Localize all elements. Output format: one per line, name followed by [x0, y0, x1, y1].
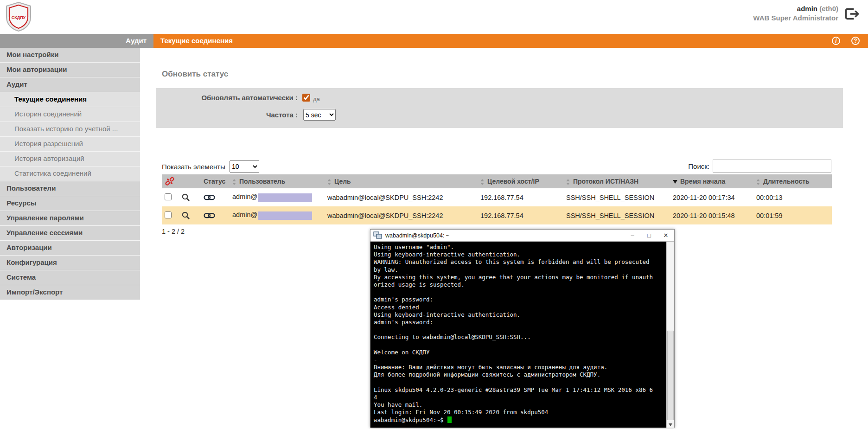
sidebar-item-resources[interactable]: Ресурсы [0, 196, 140, 211]
user-prefix: admin@ [232, 211, 257, 218]
topbar: Аудит Текущие соединения i ? [0, 34, 868, 48]
sort-desc-icon [673, 180, 677, 184]
logout-icon [843, 6, 861, 22]
frequency-row: Частота : 5 sec [156, 109, 336, 121]
auto-refresh-checkbox[interactable] [302, 94, 310, 102]
cell-protocol: SSH/SSH_SHELL_SESSION [563, 188, 670, 206]
terminal-app-icon [373, 231, 382, 239]
sidebar-item-connection-statistics[interactable]: Статистика соединений [0, 166, 140, 181]
terminal-body[interactable]: Using username "admin". Using keyboard-i… [370, 242, 674, 428]
sidebar-item-connection-history[interactable]: История соединений [0, 107, 140, 122]
terminal-scrollbar[interactable] [666, 242, 674, 428]
cell-target: wabadmin@local@SKDPU_SSH:2242 [325, 206, 478, 224]
sort-icon [327, 179, 332, 185]
connected-link-icon[interactable] [204, 211, 215, 219]
cell-start: 2020-11-20 00:17:34 [670, 188, 753, 206]
inspect-session-icon[interactable] [181, 193, 191, 202]
terminal-window: wabadmin@skdpu504: ~ – □ ✕ Using usernam… [370, 229, 675, 428]
connections-table: Статус Пользователь Цель Целевой хост/IP… [162, 174, 832, 224]
scrollbar-thumb[interactable] [667, 331, 674, 420]
inspect-session-icon[interactable] [181, 211, 191, 220]
show-elements-label: Показать элементы [162, 163, 225, 171]
sidebar-item-password-management[interactable]: Управление паролями [0, 211, 140, 226]
sidebar-item-import-export[interactable]: Импорт/Экспорт [0, 285, 140, 300]
terminal-prompt: wabadmin@skdpu504:~$ [374, 416, 444, 423]
cell-duration: 00:00:13 [753, 188, 832, 206]
page-size-select[interactable]: 10 [230, 160, 259, 173]
sort-icon [566, 179, 570, 185]
header-start-time[interactable]: Время начала [670, 174, 753, 188]
connection-row-2: admin@ wabadmin@local@SKDPU_SSH:2242 192… [162, 206, 832, 224]
sort-icon [232, 179, 236, 185]
sidebar-item-users[interactable]: Пользователи [0, 181, 140, 196]
auto-refresh-row: Обновлять автоматически : да [156, 94, 320, 102]
search-input[interactable] [713, 160, 831, 173]
redacted-user-mask [258, 193, 312, 202]
pagination-info: 1 - 2 / 2 [162, 228, 185, 235]
header-duration[interactable]: Длительность [753, 174, 832, 188]
sidebar-item-audit[interactable]: Аудит [0, 77, 140, 92]
maximize-icon[interactable]: □ [641, 230, 657, 241]
cell-target: wabadmin@local@SKDPU_SSH:2242 [325, 188, 478, 206]
header-user-label: Пользователь [239, 178, 285, 185]
sidebar-item-authorizations[interactable]: Авторизации [0, 241, 140, 256]
search-label: Поиск: [688, 162, 709, 170]
header-duration-label: Длительность [763, 178, 810, 185]
row-select-checkbox[interactable] [165, 211, 172, 218]
header-disconnect[interactable] [162, 174, 179, 188]
sidebar-item-account-history[interactable]: Показать историю по учетной ... [0, 122, 140, 137]
header-protocol[interactable]: Протокол ИСТ/НАЗН [563, 174, 670, 188]
header-target-label: Цель [334, 178, 351, 185]
scroll-down-icon[interactable] [669, 423, 672, 426]
header-protocol-label: Протокол ИСТ/НАЗН [573, 178, 638, 185]
connected-link-icon[interactable] [204, 193, 215, 201]
breadcrumb-section: Аудит [0, 34, 153, 48]
auto-refresh-label: Обновлять автоматически : [156, 94, 302, 102]
app-header: СКДПУ admin (eth0) WAB Super Administrat… [0, 0, 868, 34]
header-host-ip[interactable]: Целевой хост/IP [478, 174, 563, 188]
sidebar-item-authorization-history[interactable]: История авторизаций [0, 152, 140, 166]
row-select-checkbox[interactable] [165, 193, 172, 200]
sidebar-item-configuration[interactable]: Конфигурация [0, 256, 140, 270]
terminal-titlebar[interactable]: wabadmin@skdpu504: ~ – □ ✕ [370, 230, 674, 242]
cell-host: 192.168.77.54 [478, 188, 563, 206]
info-icon[interactable]: i [832, 37, 840, 45]
frequency-select[interactable]: 5 sec [303, 109, 336, 121]
sidebar-item-permission-history[interactable]: История разрешений [0, 137, 140, 152]
topbar-icons: i ? [832, 37, 860, 45]
section-heading: Обновить статус [162, 70, 228, 79]
sidebar-item-session-management[interactable]: Управление сессиями [0, 226, 140, 241]
cell-user: admin@ [230, 188, 325, 206]
username: admin [797, 5, 817, 13]
terminal-output: Using username "admin". Using keyboard-i… [374, 243, 664, 416]
cell-protocol: SSH/SSH_SHELL_SESSION [563, 206, 670, 224]
sidebar-item-my-authorizations[interactable]: Мои авторизации [0, 63, 140, 77]
header-user[interactable]: Пользователь [230, 174, 325, 188]
terminal-prompt-line: wabadmin@skdpu504:~$ [374, 416, 664, 424]
sidebar-item-system[interactable]: Система [0, 270, 140, 285]
header-status[interactable]: Статус [201, 174, 230, 188]
broken-link-icon [165, 176, 175, 186]
logout-button[interactable] [843, 6, 861, 22]
user-interface: (eth0) [819, 5, 838, 13]
user-block: admin (eth0) WAB Super Administrator [753, 4, 838, 23]
cell-host: 192.168.77.54 [478, 206, 563, 224]
search-box: Поиск: [688, 160, 831, 173]
sidebar-item-my-settings[interactable]: Мои настройки [0, 48, 140, 63]
redacted-user-mask [258, 211, 312, 220]
user-role: WAB Super Administrator [753, 13, 838, 23]
page-title-bar: Текущие соединения [153, 34, 233, 48]
minimize-icon[interactable]: – [624, 230, 641, 241]
close-icon[interactable]: ✕ [657, 230, 674, 241]
header-target[interactable]: Цель [325, 174, 478, 188]
logo-text: СКДПУ [12, 15, 26, 20]
header-start-time-label: Время начала [680, 178, 725, 185]
show-elements-control: Показать элементы 10 [162, 160, 259, 173]
sidebar: Мои настройки Мои авторизации Аудит Теку… [0, 48, 140, 300]
help-icon[interactable]: ? [851, 37, 860, 45]
sidebar-item-current-connections[interactable]: Текущие соединения [0, 92, 140, 107]
terminal-cursor [447, 416, 452, 423]
refresh-status-panel: Обновлять автоматически : да Частота : 5… [156, 88, 843, 128]
table-header-row: Статус Пользователь Цель Целевой хост/IP… [162, 174, 832, 188]
header-empty [179, 174, 201, 188]
